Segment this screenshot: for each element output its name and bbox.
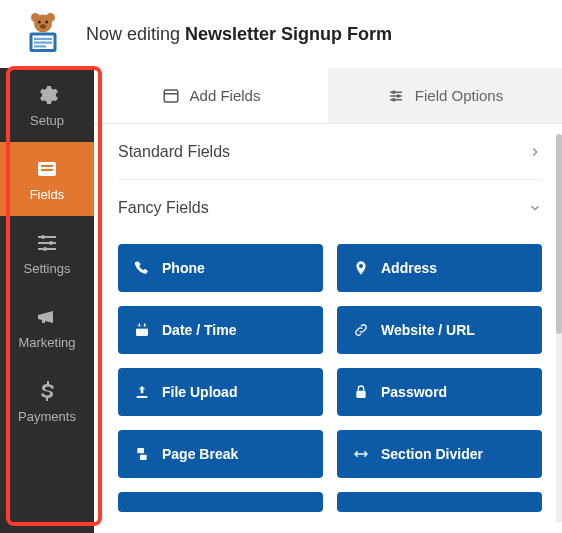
panel-tabs: Add Fields Field Options bbox=[94, 68, 562, 124]
field-date-time[interactable]: Date / Time bbox=[118, 306, 323, 354]
tab-add-fields[interactable]: Add Fields bbox=[94, 68, 328, 123]
page-title: Now editing Newsletter Signup Form bbox=[86, 24, 392, 45]
svg-point-3 bbox=[38, 21, 41, 24]
sidebar-item-label: Settings bbox=[24, 261, 71, 276]
sidebar-item-label: Fields bbox=[30, 187, 65, 202]
divider-icon bbox=[353, 446, 369, 462]
svg-rect-33 bbox=[137, 448, 144, 453]
page-break-icon bbox=[134, 446, 150, 462]
sidebar-item-fields[interactable]: Fields bbox=[0, 142, 94, 216]
field-phone[interactable]: Phone bbox=[118, 244, 323, 292]
field-section-divider[interactable]: Section Divider bbox=[337, 430, 542, 478]
svg-rect-8 bbox=[34, 38, 52, 40]
field-partial-row[interactable] bbox=[337, 492, 542, 512]
svg-point-5 bbox=[40, 24, 46, 29]
calendar-icon bbox=[134, 322, 150, 338]
section-fancy-fields[interactable]: Fancy Fields bbox=[118, 180, 542, 236]
field-partial-row[interactable] bbox=[118, 492, 323, 512]
field-label: Date / Time bbox=[162, 322, 236, 338]
svg-point-17 bbox=[41, 235, 45, 239]
sidebar-item-label: Marketing bbox=[18, 335, 75, 350]
phone-icon bbox=[134, 260, 150, 276]
link-icon bbox=[353, 322, 369, 338]
sidebar-item-marketing[interactable]: Marketing bbox=[0, 290, 94, 364]
svg-rect-13 bbox=[41, 169, 53, 171]
svg-rect-29 bbox=[136, 325, 148, 328]
map-pin-icon bbox=[353, 260, 369, 276]
svg-rect-15 bbox=[38, 242, 56, 244]
section-title: Fancy Fields bbox=[118, 199, 209, 217]
svg-point-4 bbox=[45, 21, 48, 24]
field-file-upload[interactable]: File Upload bbox=[118, 368, 323, 416]
tab-field-options[interactable]: Field Options bbox=[328, 68, 562, 123]
editor-header: Now editing Newsletter Signup Form bbox=[0, 0, 562, 68]
svg-rect-9 bbox=[34, 42, 52, 44]
svg-point-26 bbox=[397, 94, 400, 97]
svg-rect-10 bbox=[34, 45, 46, 47]
svg-point-25 bbox=[392, 90, 395, 93]
main-panel: Add Fields Field Options Standard Fields… bbox=[94, 68, 562, 533]
add-fields-icon bbox=[162, 87, 180, 105]
fancy-fields-grid: Phone Address Date / Time Website / URL bbox=[118, 236, 542, 533]
chevron-right-icon bbox=[528, 145, 542, 159]
fields-panel-scroll: Standard Fields Fancy Fields Phone Addre… bbox=[94, 124, 562, 533]
svg-point-18 bbox=[49, 241, 53, 245]
svg-rect-20 bbox=[164, 90, 178, 102]
form-icon bbox=[35, 157, 59, 181]
svg-point-19 bbox=[43, 247, 47, 251]
lock-icon bbox=[353, 384, 369, 400]
field-address[interactable]: Address bbox=[337, 244, 542, 292]
field-label: Password bbox=[381, 384, 447, 400]
field-password[interactable]: Password bbox=[337, 368, 542, 416]
svg-point-27 bbox=[392, 98, 395, 101]
field-page-break[interactable]: Page Break bbox=[118, 430, 323, 478]
wpforms-logo bbox=[14, 5, 72, 63]
section-standard-fields[interactable]: Standard Fields bbox=[118, 124, 542, 180]
svg-rect-31 bbox=[144, 323, 145, 326]
field-label: Section Divider bbox=[381, 446, 483, 462]
panel-scrollbar-track[interactable] bbox=[556, 134, 562, 523]
sidebar-item-label: Payments bbox=[18, 409, 76, 424]
chevron-down-icon bbox=[528, 201, 542, 215]
sidebar-item-label: Setup bbox=[30, 113, 64, 128]
svg-rect-30 bbox=[139, 323, 140, 326]
field-label: Phone bbox=[162, 260, 205, 276]
svg-rect-14 bbox=[38, 236, 56, 238]
field-label: Page Break bbox=[162, 446, 238, 462]
tab-label: Field Options bbox=[415, 87, 503, 104]
sidebar-item-setup[interactable]: Setup bbox=[0, 68, 94, 142]
panel-scrollbar-thumb[interactable] bbox=[556, 134, 562, 334]
sidebar-item-payments[interactable]: Payments bbox=[0, 364, 94, 438]
editor-body: Setup Fields Settings Marketing Payments… bbox=[0, 68, 562, 533]
left-sidebar: Setup Fields Settings Marketing Payments bbox=[0, 68, 94, 533]
svg-rect-12 bbox=[41, 165, 53, 167]
field-label: Website / URL bbox=[381, 322, 475, 338]
field-website-url[interactable]: Website / URL bbox=[337, 306, 542, 354]
gear-icon bbox=[35, 83, 59, 107]
svg-rect-34 bbox=[140, 455, 147, 460]
section-title: Standard Fields bbox=[118, 143, 230, 161]
form-name: Newsletter Signup Form bbox=[185, 24, 392, 44]
field-label: File Upload bbox=[162, 384, 237, 400]
megaphone-icon bbox=[35, 305, 59, 329]
field-options-icon bbox=[387, 87, 405, 105]
sidebar-item-settings[interactable]: Settings bbox=[0, 216, 94, 290]
sliders-icon bbox=[35, 231, 59, 255]
title-prefix: Now editing bbox=[86, 24, 185, 44]
upload-icon bbox=[134, 384, 150, 400]
field-label: Address bbox=[381, 260, 437, 276]
dollar-icon bbox=[35, 379, 59, 403]
tab-label: Add Fields bbox=[190, 87, 261, 104]
svg-rect-32 bbox=[356, 391, 365, 398]
